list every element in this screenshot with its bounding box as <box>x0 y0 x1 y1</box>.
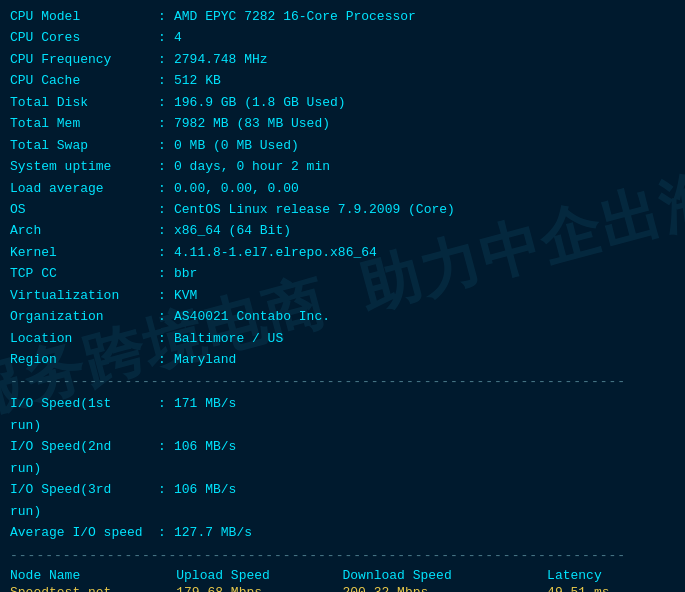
info-colon: : <box>150 49 174 70</box>
info-value: 0.00, 0.00, 0.00 <box>174 178 299 199</box>
info-label: CPU Cores <box>10 27 150 48</box>
info-colon: : <box>150 27 174 48</box>
info-label: OS <box>10 199 150 220</box>
system-info-row: CPU Cores:4 <box>10 27 675 48</box>
network-node: Speedtest.net <box>10 584 176 593</box>
main-content: CPU Model:AMD EPYC 7282 16-Core Processo… <box>0 0 685 592</box>
col-header-upload: Upload Speed <box>176 567 342 584</box>
info-colon: : <box>150 242 174 263</box>
info-colon: : <box>150 328 174 349</box>
info-value: 2794.748 MHz <box>174 49 268 70</box>
system-info-row: Load average:0.00, 0.00, 0.00 <box>10 178 675 199</box>
info-label: Load average <box>10 178 150 199</box>
system-info-row: Virtualization:KVM <box>10 285 675 306</box>
io-label: Average I/O speed <box>10 522 150 543</box>
io-speed-row: Average I/O speed:127.7 MB/s <box>10 522 675 543</box>
system-info-row: System uptime:0 days, 0 hour 2 min <box>10 156 675 177</box>
info-value: Baltimore / US <box>174 328 283 349</box>
system-info-row: CPU Model:AMD EPYC 7282 16-Core Processo… <box>10 6 675 27</box>
info-value: 512 KB <box>174 70 221 91</box>
info-label: Organization <box>10 306 150 327</box>
io-speed-row: I/O Speed(3rd run):106 MB/s <box>10 479 675 522</box>
info-colon: : <box>150 135 174 156</box>
info-value: 4.11.8-1.el7.elrepo.x86_64 <box>174 242 377 263</box>
system-info-row: Kernel:4.11.8-1.el7.elrepo.x86_64 <box>10 242 675 263</box>
io-speed-section: I/O Speed(1st run):171 MB/sI/O Speed(2nd… <box>10 393 675 543</box>
system-info-row: Total Swap:0 MB (0 MB Used) <box>10 135 675 156</box>
io-label: I/O Speed(2nd run) <box>10 436 150 479</box>
info-label: TCP CC <box>10 263 150 284</box>
info-colon: : <box>150 199 174 220</box>
info-label: Virtualization <box>10 285 150 306</box>
network-download: 200.32 Mbps <box>343 584 548 593</box>
divider-1: ----------------------------------------… <box>10 374 675 389</box>
io-colon: : <box>150 479 174 522</box>
info-value: AMD EPYC 7282 16-Core Processor <box>174 6 416 27</box>
info-label: Total Swap <box>10 135 150 156</box>
info-value: 0 days, 0 hour 2 min <box>174 156 330 177</box>
io-value: 106 MB/s <box>174 436 236 479</box>
info-value: x86_64 (64 Bit) <box>174 220 291 241</box>
system-info-row: Arch:x86_64 (64 Bit) <box>10 220 675 241</box>
system-info-row: CPU Frequency:2794.748 MHz <box>10 49 675 70</box>
info-colon: : <box>150 306 174 327</box>
info-colon: : <box>150 220 174 241</box>
info-colon: : <box>150 70 174 91</box>
system-info-row: Total Disk:196.9 GB (1.8 GB Used) <box>10 92 675 113</box>
io-label: I/O Speed(1st run) <box>10 393 150 436</box>
info-label: CPU Model <box>10 6 150 27</box>
io-colon: : <box>150 436 174 479</box>
info-value: CentOS Linux release 7.9.2009 (Core) <box>174 199 455 220</box>
info-colon: : <box>150 92 174 113</box>
network-row: Speedtest.net179.68 Mbps200.32 Mbps49.51… <box>10 584 675 593</box>
network-upload: 179.68 Mbps <box>176 584 342 593</box>
info-value: 196.9 GB (1.8 GB Used) <box>174 92 346 113</box>
network-latency: 49.51 ms <box>547 584 675 593</box>
info-label: Arch <box>10 220 150 241</box>
io-value: 171 MB/s <box>174 393 236 436</box>
io-speed-row: I/O Speed(2nd run):106 MB/s <box>10 436 675 479</box>
info-colon: : <box>150 113 174 134</box>
system-info-section: CPU Model:AMD EPYC 7282 16-Core Processo… <box>10 6 675 370</box>
io-label: I/O Speed(3rd run) <box>10 479 150 522</box>
divider-2: ----------------------------------------… <box>10 548 675 563</box>
info-colon: : <box>150 263 174 284</box>
system-info-row: TCP CC:bbr <box>10 263 675 284</box>
system-info-row: Location:Baltimore / US <box>10 328 675 349</box>
info-colon: : <box>150 178 174 199</box>
info-colon: : <box>150 349 174 370</box>
system-info-row: OS:CentOS Linux release 7.9.2009 (Core) <box>10 199 675 220</box>
io-value: 127.7 MB/s <box>174 522 252 543</box>
info-label: CPU Cache <box>10 70 150 91</box>
info-label: CPU Frequency <box>10 49 150 70</box>
info-value: 7982 MB (83 MB Used) <box>174 113 330 134</box>
info-value: AS40021 Contabo Inc. <box>174 306 330 327</box>
info-value: bbr <box>174 263 197 284</box>
io-colon: : <box>150 393 174 436</box>
info-label: Total Mem <box>10 113 150 134</box>
info-label: System uptime <box>10 156 150 177</box>
io-colon: : <box>150 522 174 543</box>
info-colon: : <box>150 156 174 177</box>
info-value: Maryland <box>174 349 236 370</box>
info-value: 0 MB (0 MB Used) <box>174 135 299 156</box>
info-label: Kernel <box>10 242 150 263</box>
col-header-latency: Latency <box>547 567 675 584</box>
info-label: Total Disk <box>10 92 150 113</box>
info-value: 4 <box>174 27 182 48</box>
col-header-download: Download Speed <box>343 567 548 584</box>
info-value: KVM <box>174 285 197 306</box>
info-colon: : <box>150 285 174 306</box>
system-info-row: Total Mem:7982 MB (83 MB Used) <box>10 113 675 134</box>
network-table: Node Name Upload Speed Download Speed La… <box>10 567 675 593</box>
system-info-row: Region:Maryland <box>10 349 675 370</box>
system-info-row: CPU Cache:512 KB <box>10 70 675 91</box>
io-speed-row: I/O Speed(1st run):171 MB/s <box>10 393 675 436</box>
info-colon: : <box>150 6 174 27</box>
system-info-row: Organization:AS40021 Contabo Inc. <box>10 306 675 327</box>
col-header-node: Node Name <box>10 567 176 584</box>
info-label: Region <box>10 349 150 370</box>
io-value: 106 MB/s <box>174 479 236 522</box>
info-label: Location <box>10 328 150 349</box>
